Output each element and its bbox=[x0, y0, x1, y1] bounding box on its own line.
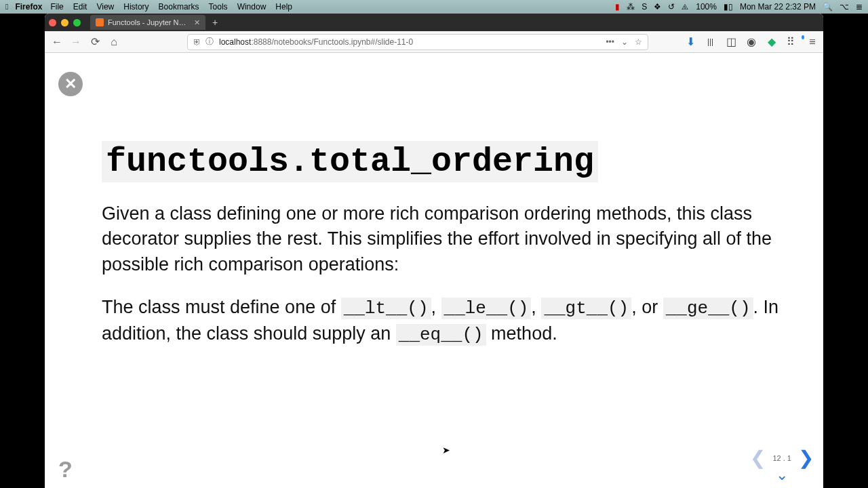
page-actions-icon[interactable]: ••• bbox=[606, 37, 614, 47]
dropbox-icon[interactable]: ⁂ bbox=[627, 2, 635, 12]
code-ge: __ge__() bbox=[663, 298, 753, 319]
menu-bookmarks[interactable]: Bookmarks bbox=[159, 2, 199, 12]
jupyter-favicon-icon bbox=[96, 18, 104, 26]
pocket-icon[interactable]: ⌄ bbox=[621, 37, 628, 47]
nav-forward-button[interactable]: → bbox=[69, 35, 83, 49]
wifi-icon[interactable]: ⧌ bbox=[682, 2, 689, 12]
new-tab-button[interactable]: + bbox=[212, 17, 218, 28]
browser-toolbar: ← → ⟳ ⌂ ⛨ ⓘ localhost:8888/notebooks/Fun… bbox=[45, 31, 823, 53]
menu-history[interactable]: History bbox=[123, 2, 149, 12]
mac-menubar:  Firefox File Edit View History Bookmar… bbox=[0, 0, 868, 14]
menu-view[interactable]: View bbox=[96, 2, 114, 12]
slide-paragraph-2: The class must define one of __lt__(), _… bbox=[102, 295, 796, 348]
slide-paragraph-1: Given a class defining one or more rich … bbox=[102, 201, 796, 277]
slide-title: functools.total_ordering bbox=[102, 141, 598, 182]
window-controls bbox=[49, 19, 81, 26]
mouse-cursor-icon: ➤ bbox=[442, 445, 450, 455]
notification-center-icon[interactable]: ≣ bbox=[856, 2, 863, 12]
extension-1-icon[interactable]: ◆ bbox=[766, 37, 777, 47]
menu-edit[interactable]: Edit bbox=[73, 2, 87, 12]
apple-menu-icon[interactable]:  bbox=[5, 2, 8, 12]
status-red-icon[interactable]: ▮ bbox=[615, 2, 620, 12]
code-gt: __gt__() bbox=[541, 298, 631, 319]
spotlight-icon[interactable]: 🔍 bbox=[823, 2, 833, 12]
slide-counter: 12 . 1 bbox=[768, 454, 795, 462]
account-icon[interactable]: ◉ bbox=[746, 37, 757, 47]
code-lt: __lt__() bbox=[341, 298, 431, 319]
extension-2-icon[interactable]: ⠿ bbox=[787, 37, 797, 47]
browser-window: Functools - Jupyter Notebook ✕ + ← → ⟳ ⌂… bbox=[45, 14, 823, 488]
bookmark-star-icon[interactable]: ☆ bbox=[635, 37, 642, 47]
prev-slide-button[interactable]: ❮ bbox=[750, 449, 766, 468]
nav-reload-button[interactable]: ⟳ bbox=[88, 35, 102, 49]
slack-icon[interactable]: S bbox=[642, 2, 647, 12]
slideshow-help-button[interactable]: ? bbox=[58, 456, 73, 483]
nav-back-button[interactable]: ← bbox=[50, 35, 64, 49]
tab-close-icon[interactable]: ✕ bbox=[194, 18, 200, 27]
app-name[interactable]: Firefox bbox=[15, 2, 42, 12]
code-le: __le__() bbox=[441, 298, 532, 319]
site-info-icon[interactable]: ⓘ bbox=[205, 36, 214, 47]
page-content: ✕ functools.total_ordering Given a class… bbox=[45, 53, 823, 488]
app-menu-icon[interactable]: ≡ bbox=[807, 37, 818, 47]
down-slide-button[interactable]: ⌄ bbox=[776, 468, 788, 483]
nav-home-button[interactable]: ⌂ bbox=[107, 35, 121, 49]
url-bar[interactable]: ⛨ ⓘ localhost:8888/notebooks/Functools.i… bbox=[187, 34, 648, 50]
slide-controls: ❮ 12 . 1 ❯ ⌄ bbox=[750, 449, 814, 483]
window-close-button[interactable] bbox=[49, 19, 56, 26]
menubar-clock[interactable]: Mon Mar 22 2:32 PM bbox=[740, 2, 816, 12]
menu-help[interactable]: Help bbox=[275, 2, 292, 12]
downloads-icon[interactable]: ⬇ bbox=[685, 37, 696, 47]
battery-icon[interactable]: ▮▯ bbox=[724, 2, 733, 12]
battery-percent: 100% bbox=[696, 2, 717, 12]
url-text: localhost:8888/notebooks/Functools.ipynb… bbox=[219, 37, 606, 47]
code-eq: __eq__() bbox=[396, 324, 486, 346]
tab-strip: Functools - Jupyter Notebook ✕ + bbox=[45, 14, 823, 31]
library-icon[interactable]: ⫼ bbox=[705, 37, 716, 47]
browser-tab[interactable]: Functools - Jupyter Notebook ✕ bbox=[90, 15, 205, 30]
menu-tools[interactable]: Tools bbox=[209, 2, 228, 12]
tracking-shield-icon[interactable]: ⛨ bbox=[193, 37, 201, 47]
exit-slideshow-button[interactable]: ✕ bbox=[58, 72, 83, 96]
slide: functools.total_ordering Given a class d… bbox=[102, 141, 796, 365]
timemachine-icon[interactable]: ↺ bbox=[668, 2, 675, 12]
sidebars-icon[interactable]: ◫ bbox=[726, 37, 736, 47]
window-minimize-button[interactable] bbox=[61, 19, 68, 26]
next-slide-button[interactable]: ❯ bbox=[798, 449, 814, 468]
menu-window[interactable]: Window bbox=[237, 2, 267, 12]
tab-title: Functools - Jupyter Notebook bbox=[108, 18, 190, 26]
window-zoom-button[interactable] bbox=[73, 19, 81, 26]
menu-file[interactable]: File bbox=[50, 2, 63, 12]
control-center-icon[interactable]: ⌥ bbox=[840, 2, 849, 12]
squares-icon[interactable]: ❖ bbox=[654, 2, 661, 12]
